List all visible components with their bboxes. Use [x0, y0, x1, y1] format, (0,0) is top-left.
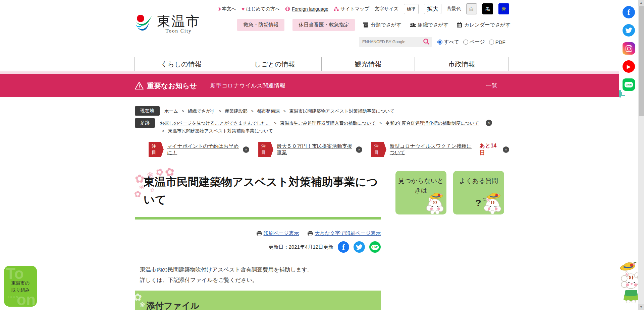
body-line-2: 詳しくは、下記添付ファイルをご覧ください。	[140, 275, 313, 285]
initiatives-label: 東温市の 取り組み	[4, 280, 37, 294]
skip-link-label[interactable]: 本文へ	[222, 6, 236, 12]
bg-black-button[interactable]: 黒	[482, 3, 493, 14]
beginners-label[interactable]: はじめての方へ	[246, 6, 280, 12]
nav-work[interactable]: しごとの情報	[228, 57, 321, 71]
sitemap-icon	[334, 6, 339, 11]
footprint-separator: >	[162, 129, 164, 133]
print-large-link[interactable]: 大きな文字で印刷ページ表示	[308, 230, 381, 237]
city-note-icon[interactable]	[619, 90, 621, 98]
bg-blue-button[interactable]: 青	[498, 3, 509, 14]
search-input[interactable]	[359, 37, 432, 47]
print-page-link[interactable]: 印刷ページ表示	[257, 230, 299, 237]
scope-page-radio[interactable]	[463, 40, 468, 45]
crumb-division[interactable]: 都市整備課	[257, 109, 280, 114]
instagram-icon[interactable]	[623, 42, 635, 55]
notice-vaccine: 注目 新型コロナウイルスワクチン接種について あと14日 ×	[371, 142, 509, 157]
crumb-separator: >	[283, 109, 286, 114]
covid-info-link[interactable]: 新型コロナウイルス関連情報	[210, 82, 285, 89]
line-share-icon[interactable]: LINE	[369, 241, 381, 253]
not-found-help-label: 見つからないときは	[395, 176, 446, 195]
category-box-icon	[363, 22, 369, 28]
facebook-share-icon[interactable]: f	[338, 241, 349, 253]
crumb-separator: >	[182, 109, 184, 114]
scroll-down-arrow[interactable]: ▼	[638, 304, 644, 310]
scope-all-radio[interactable]	[437, 40, 442, 45]
footprint-not-found[interactable]: お探しのページを見つけることができませんでした。	[160, 121, 270, 126]
footprint-separator: >	[274, 121, 276, 126]
notice-citizen-support: 注目 最大５０万円！市民提案活動支援事業 ×	[258, 142, 362, 157]
twitter-bird-icon	[625, 27, 632, 34]
notice-vaccine-link[interactable]: 新型コロナウイルスワクチン接種について	[390, 143, 476, 156]
corner-mascot	[619, 262, 638, 305]
line-bubble: LINE	[371, 245, 379, 250]
scroll-up-arrow[interactable]: ▲	[638, 0, 644, 6]
footprint-garbage-subsidy[interactable]: 東温市生ごみ処理容器等購入費の補助について	[280, 121, 376, 126]
search-by-calendar-link[interactable]: カレンダーでさがす	[457, 22, 511, 28]
scrollbar[interactable]: ▲ ▼	[638, 0, 644, 310]
beginners-link[interactable]: ♥ はじめての方へ	[241, 6, 280, 12]
sitemap-label[interactable]: サイトマップ	[340, 6, 369, 12]
nav-government[interactable]: 市政情報	[415, 57, 508, 71]
nav-tourism[interactable]: 観光情報	[321, 57, 415, 71]
calendar-link-label[interactable]: カレンダーでさがす	[464, 22, 511, 28]
attachment-section-bar: ✿ ❀ 添付ファイル	[135, 291, 381, 310]
line-icon[interactable]: LINE	[623, 78, 635, 91]
notice-badge: 注目	[371, 142, 386, 157]
calendar-icon	[457, 22, 462, 28]
search-by-category-link[interactable]: 分類でさがす	[363, 22, 401, 28]
search-button[interactable]	[422, 38, 431, 46]
notice-close-button[interactable]: ×	[356, 146, 362, 153]
search-icon	[423, 38, 430, 45]
notice-badge: 注目	[149, 142, 164, 157]
emergency-info-button[interactable]: 救急・防災情報	[237, 19, 284, 31]
nav-living[interactable]: くらしの情報	[134, 57, 228, 71]
notice-citizen-support-link[interactable]: 最大５０万円！市民提案活動支援事業	[277, 143, 353, 156]
twitter-share-icon[interactable]	[354, 241, 365, 253]
category-link-label[interactable]: 分類でさがす	[371, 22, 401, 28]
scope-pdf-radio[interactable]	[489, 40, 494, 45]
facebook-icon[interactable]: f	[623, 6, 635, 18]
notice-close-button[interactable]: ×	[243, 146, 249, 153]
city-initiatives-box[interactable]: To on 東温市の 取り組み TOON	[4, 266, 37, 307]
sitemap-link[interactable]: サイトマップ	[334, 6, 369, 12]
background-color-label: 背景色	[447, 6, 461, 12]
heart-icon: ♥	[241, 6, 245, 12]
footprints-close-button[interactable]: ×	[486, 120, 492, 126]
skip-to-content-link[interactable]: 本文へ	[218, 6, 236, 12]
font-standard-button[interactable]: 標準	[404, 4, 419, 14]
people-icon	[410, 22, 416, 28]
scope-pdf-option[interactable]: PDF	[489, 39, 505, 45]
breadcrumb: 現在地 ホーム > 組織でさがす > 産業建設部 > 都市整備課 > 東温市民間…	[135, 106, 508, 116]
print-links-row: 印刷ページ表示 大きな文字で印刷ページ表示	[135, 230, 381, 237]
footprint-septic-subsidy[interactable]: 令和3年度合併処理浄化槽の補助制度について	[385, 121, 479, 126]
scrollbar-thumb[interactable]	[639, 6, 644, 116]
crumb-org-search[interactable]: 組織でさがす	[188, 109, 215, 114]
font-large-button[interactable]: 拡大	[424, 4, 441, 14]
site-search-row: すべて ページ PDF	[359, 37, 513, 47]
youtube-icon[interactable]: ▶	[623, 60, 635, 73]
update-share-row: 更新日：2021年4月12日更新 f LINE	[135, 241, 381, 253]
notice-close-button[interactable]: ×	[503, 146, 509, 153]
footprints-row: 足跡 お探しのページを見つけることができませんでした。 > 東温市生ごみ処理容器…	[135, 118, 508, 135]
footprint-current: 東温市民間建築物アスベスト対策補助事業について	[168, 128, 273, 133]
not-found-help-box[interactable]: 見つからないときは	[395, 171, 446, 214]
org-link-label[interactable]: 組織でさがす	[418, 22, 448, 28]
scope-page-option[interactable]: ページ	[463, 39, 485, 45]
search-by-org-link[interactable]: 組織でさがす	[410, 22, 448, 28]
crumb-separator: >	[251, 109, 254, 114]
notice-mynapoint: 注目 マイナポイントの予約はお早めに！ ×	[149, 142, 249, 157]
notice-mynapoint-link[interactable]: マイナポイントの予約はお早めに！	[167, 143, 239, 156]
faq-box[interactable]: よくある質問 ?	[453, 171, 504, 214]
peeking-mascot-image	[619, 262, 638, 304]
foreign-language-link[interactable]: Foreign language	[285, 6, 328, 12]
footprints-tag: 足跡	[135, 118, 155, 128]
scope-all-option[interactable]: すべて	[437, 39, 459, 45]
holiday-doctor-button[interactable]: 休日当番医・救急指定	[292, 19, 355, 31]
site-logo[interactable]: 東温市 Toon City	[134, 14, 200, 35]
twitter-icon[interactable]	[623, 24, 635, 37]
crumb-home[interactable]: ホーム	[164, 109, 178, 114]
notice-list-link[interactable]: 一覧	[486, 82, 497, 89]
bg-white-button[interactable]: 白	[466, 3, 477, 14]
updated-date: 更新日：2021年4月12日更新	[269, 244, 333, 250]
foreign-label[interactable]: Foreign language	[292, 6, 328, 12]
